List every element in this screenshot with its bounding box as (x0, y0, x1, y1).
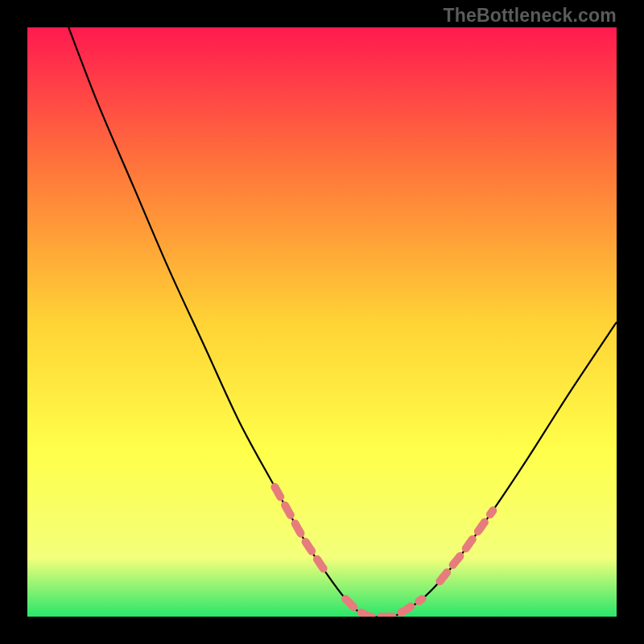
gradient-background (27, 27, 617, 617)
chart-frame: TheBottleneck.com (0, 0, 644, 644)
plot-svg (27, 27, 617, 617)
watermark-text: TheBottleneck.com (443, 5, 617, 27)
plot-area (27, 27, 617, 617)
